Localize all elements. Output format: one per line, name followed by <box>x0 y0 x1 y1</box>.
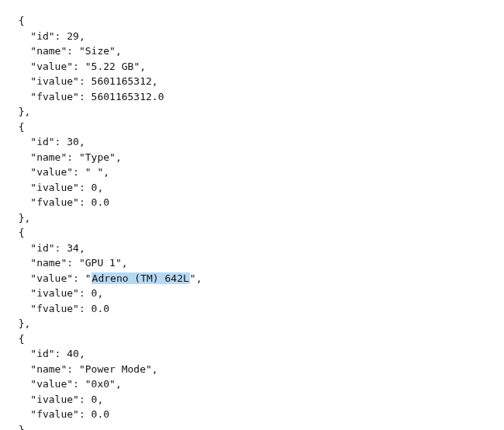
json-code-block: { "id": 29, "name": "Size", "value": "5.… <box>0 10 504 430</box>
highlighted-segment: Adreno (TM) 642L <box>91 272 190 284</box>
